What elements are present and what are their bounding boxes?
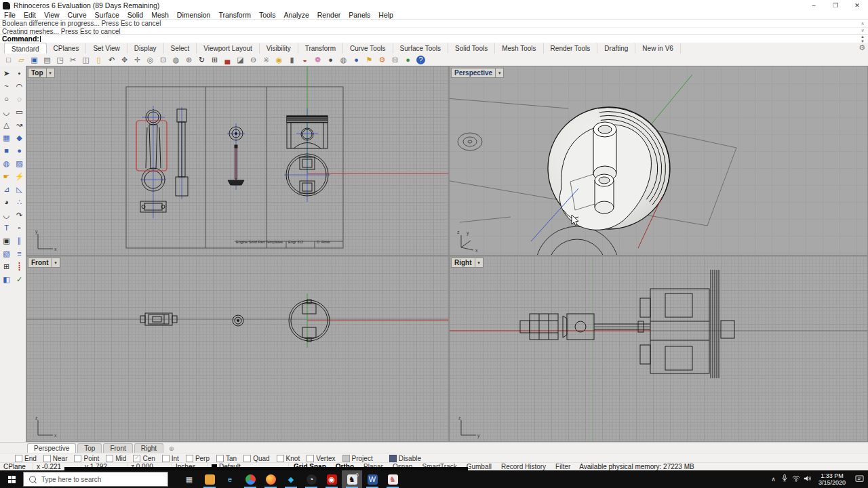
toolbar-button[interactable]: ◍ [170,54,182,66]
toolbar-button[interactable]: ⊞ [208,54,221,66]
menu-item[interactable]: Dimension [173,11,215,19]
menu-item[interactable]: Curve [64,11,91,19]
toolbar-button[interactable]: ✂ [66,54,79,66]
toolbar-button[interactable]: ⊕ [182,54,195,66]
sidebar-tool-button[interactable]: ◍ [0,157,13,170]
taskbar-app-button[interactable] [199,470,220,488]
menu-item[interactable]: View [40,11,64,19]
toolbar-button[interactable]: ※ [260,54,273,66]
close-button[interactable]: ✕ [846,0,868,11]
toolbar-tab[interactable]: Visibility [260,43,298,54]
toolbar-button[interactable]: ❁ [311,54,324,66]
osnap-checkbox[interactable] [133,455,140,462]
osnap-checkbox[interactable] [162,455,170,462]
viewport-top-canvas[interactable] [26,66,448,255]
sidebar-tool-button[interactable]: ◧ [0,273,13,286]
menu-item[interactable]: Tools [255,11,280,19]
osnap-toggle[interactable]: Near [43,455,68,462]
viewport-right-menu-chevron-icon[interactable]: ▾ [475,258,484,268]
viewport-top-label[interactable]: Top [28,68,47,78]
osnap-toggle[interactable]: Project [342,455,373,462]
toolbar-tab[interactable]: Drafting [597,43,635,54]
sidebar-tool-button[interactable]: ≡ [13,247,26,260]
osnap-checkbox[interactable] [277,455,284,462]
viewport-perspective[interactable]: Perspective ▾ [449,66,868,256]
sidebar-tool-button[interactable]: ∥ [13,235,26,247]
toolbar-button[interactable]: ▯ [92,54,105,66]
toolbar-button[interactable]: ▮ [285,54,298,66]
viewport-front-canvas[interactable] [26,256,448,441]
toolbar-button[interactable]: ⚙ [376,54,389,66]
toolbar-button[interactable]: ? [414,54,427,66]
sidebar-tool-button[interactable]: ■ [0,144,13,157]
taskbar-app-button[interactable]: ▦ [179,470,199,488]
notification-center-icon[interactable] [850,473,868,485]
toolbar-tab[interactable]: Render Tools [544,43,598,54]
toolbar-tab[interactable]: New in V6 [635,43,681,54]
osnap-checkbox[interactable] [216,455,224,462]
viewport-front-menu-chevron-icon[interactable]: ▾ [52,258,60,268]
toolbar-button[interactable]: ↻ [195,54,208,66]
osnap-toggle[interactable]: Point [74,455,99,462]
toolbar-button[interactable]: ↶ [105,54,118,66]
sidebar-tool-button[interactable]: ▧ [0,247,13,260]
sidebar-tool-button[interactable]: ◡ [0,209,13,222]
speaker-icon[interactable] [802,475,814,483]
sidebar-tool-button[interactable]: ┋ [13,260,26,273]
toolbar-tab[interactable]: CPlanes [47,43,87,54]
menu-item[interactable]: File [0,11,20,19]
restore-button[interactable]: ❐ [825,0,846,11]
sidebar-tool-button[interactable]: ▫ [13,222,26,235]
osnap-checkbox[interactable] [342,455,350,462]
minimize-button[interactable]: – [803,0,825,11]
toolbar-tab[interactable]: Viewport Layout [197,43,260,54]
tray-chevron-icon[interactable]: ∧ [768,476,779,483]
sidebar-tool-button[interactable]: ↷ [13,209,26,222]
sidebar-tool-button[interactable]: ▦ [0,131,13,144]
sidebar-tool-button[interactable]: ● [13,144,26,157]
sidebar-tool-button[interactable]: ▭ [13,106,26,119]
osnap-toggle[interactable]: Quad [243,455,269,462]
viewport-tab[interactable]: Right [134,443,163,453]
taskbar-app-button[interactable]: ♞ 6 [342,470,362,488]
viewport-tab[interactable]: Top [77,443,102,453]
toolbar-tab[interactable]: Surface Tools [393,43,448,54]
toolbar-button[interactable]: ◍ [337,54,350,66]
toolbar-button[interactable]: ▄ [221,54,234,66]
taskbar-app-button[interactable]: ◆ [281,470,301,488]
toolbar-tab[interactable]: Set View [86,43,127,54]
sidebar-tool-button[interactable]: ◆ [13,131,26,144]
microphone-icon[interactable] [779,474,791,484]
taskbar-search[interactable] [23,472,168,487]
osnap-toggle[interactable]: Perp [186,455,210,462]
sidebar-tool-button[interactable]: • [13,67,26,80]
menu-item[interactable]: Analyze [279,11,313,19]
toolbar-button[interactable]: ● [401,54,414,66]
menu-item[interactable]: Help [374,11,397,19]
toolbar-tab[interactable]: Select [164,43,197,54]
toolbar-button[interactable]: ⊡ [157,54,170,66]
toolbar-button[interactable]: ⚑ [363,54,376,66]
toolbar-tab[interactable]: Standard [4,43,47,54]
menu-item[interactable]: Edit [20,11,40,19]
osnap-toggle[interactable]: Int [162,455,179,462]
start-button[interactable] [0,470,23,488]
viewport-perspective-menu-chevron-icon[interactable]: ▾ [496,68,504,78]
sidebar-tool-button[interactable]: ∴ [13,196,26,209]
history-scrollbar[interactable]: ∧∨ [859,20,867,34]
taskbar-app-button[interactable] [240,470,260,488]
toolbar-button[interactable]: ▣ [28,54,41,66]
osnap-checkbox[interactable] [307,455,314,462]
sidebar-tool-button[interactable]: ◠ [13,80,26,93]
wifi-icon[interactable] [791,475,802,483]
sidebar-tool-button[interactable]: ⊿ [0,183,13,196]
osnap-toggle[interactable]: Knot [277,455,300,462]
osnap-checkbox[interactable] [389,455,397,462]
toolbar-tab[interactable]: Solid Tools [448,43,495,54]
sidebar-tool-button[interactable]: ➤ [0,67,13,80]
taskbar-app-button[interactable]: W [362,470,382,488]
viewport-top-menu-chevron-icon[interactable]: ▾ [47,68,55,78]
toolbar-button[interactable]: ⊟ [389,54,401,66]
osnap-checkbox[interactable] [186,455,193,462]
osnap-checkbox[interactable] [243,455,251,462]
